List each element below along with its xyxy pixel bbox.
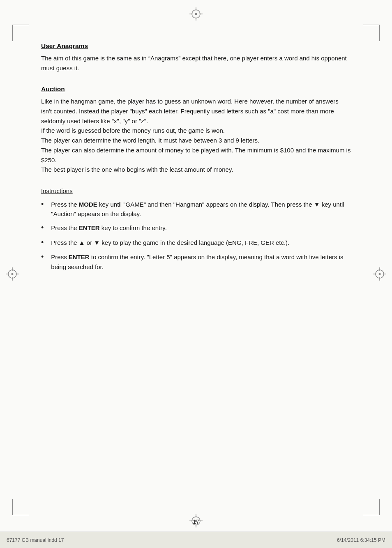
corner-mark-bl — [12, 499, 29, 515]
section-instructions: Instructions • Press the MODE key until … — [41, 186, 351, 272]
page: User Anagrams The aim of this game is th… — [0, 0, 392, 548]
section-auction: Auction Like in the hangman game, the pl… — [41, 84, 351, 175]
bullet-icon: • — [41, 222, 44, 234]
list-item-text-2: Press the ENTER key to confirm the entry… — [51, 223, 351, 233]
svg-point-17 — [379, 273, 381, 275]
user-anagrams-body: The aim of this game is the same as in “… — [41, 53, 351, 73]
auction-para-4: The player can also determine the amount… — [41, 145, 351, 165]
bullet-icon: • — [41, 199, 44, 210]
main-content: User Anagrams The aim of this game is th… — [41, 41, 351, 507]
instructions-title: Instructions — [41, 186, 351, 196]
list-item: • Press the ▲ or ▼ key to play the game … — [41, 238, 351, 249]
enter-key-2: ENTER — [69, 253, 90, 260]
mode-key: MODE — [79, 201, 97, 208]
section-user-anagrams: User Anagrams The aim of this game is th… — [41, 41, 351, 73]
auction-para-1: Like in the hangman game, the player has… — [41, 97, 351, 126]
auction-para-5: The best player is the one who begins wi… — [41, 165, 351, 175]
bullet-icon: • — [41, 237, 44, 249]
svg-point-11 — [12, 273, 14, 275]
footer-bar: 67177 GB manual.indd 17 6/14/2011 6:34:1… — [0, 532, 392, 548]
auction-para-2: If the word is guessed before the money … — [41, 126, 351, 136]
corner-mark-tr — [363, 25, 380, 41]
bullet-icon: • — [41, 251, 44, 263]
auction-body: Like in the hangman game, the player has… — [41, 97, 351, 175]
page-number: 17 — [193, 518, 199, 525]
corner-mark-br — [363, 499, 380, 515]
auction-para-3: The player can determine the word length… — [41, 136, 351, 145]
user-anagrams-title: User Anagrams — [41, 41, 351, 51]
crosshair-top — [189, 7, 203, 21]
list-item: • Press ENTER to confirm the entry. "Let… — [41, 252, 351, 272]
list-item: • Press the MODE key until "GAME" and th… — [41, 200, 351, 219]
list-item: • Press the ENTER key to confirm the ent… — [41, 223, 351, 234]
svg-point-5 — [195, 13, 197, 15]
footer-right: 6/14/2011 6:34:15 PM — [337, 537, 385, 543]
crosshair-left — [5, 267, 20, 281]
list-item-text-1: Press the MODE key until "GAME" and then… — [51, 200, 351, 219]
enter-key-1: ENTER — [79, 224, 100, 231]
list-item-text-3: Press the ▲ or ▼ key to play the game in… — [51, 238, 351, 247]
list-item-text-4: Press ENTER to confirm the entry. "Lette… — [51, 252, 351, 272]
crosshair-right — [372, 267, 387, 281]
instructions-list: • Press the MODE key until "GAME" and th… — [41, 200, 351, 272]
auction-title: Auction — [41, 84, 351, 94]
corner-mark-tl — [12, 25, 29, 41]
footer-left: 67177 GB manual.indd 17 — [7, 537, 64, 543]
